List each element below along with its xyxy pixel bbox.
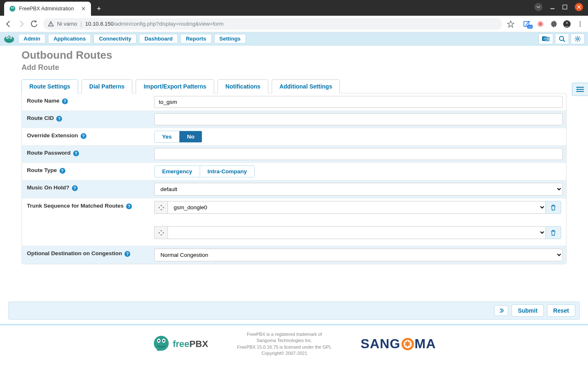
select-trunk-1[interactable] (167, 226, 545, 239)
window-maximize-button[interactable] (562, 5, 567, 10)
label-route-password: Route Password (27, 150, 71, 156)
override-yes-button[interactable]: Yes (155, 131, 179, 142)
page-content: Outbound Routes Add Route Route Settings… (0, 45, 588, 273)
svg-point-5 (11, 7, 12, 8)
svg-point-2 (10, 6, 15, 12)
nav-search-icon[interactable] (555, 33, 569, 44)
drag-handle-icon[interactable] (154, 201, 167, 214)
extensions-puzzle-icon[interactable] (550, 20, 557, 28)
drag-handle-icon[interactable] (154, 226, 167, 239)
svg-rect-1 (563, 5, 567, 9)
tab-additional-settings[interactable]: Additional Settings (272, 79, 340, 93)
svg-point-6 (13, 7, 13, 8)
app-top-nav: Admin Applications Connectivity Dashboar… (0, 32, 588, 45)
tab-route-settings[interactable]: Route Settings (22, 79, 78, 93)
delete-trunk-icon[interactable] (545, 226, 561, 239)
trunk-row-1 (154, 226, 561, 239)
new-tab-button[interactable]: + (97, 5, 101, 13)
help-icon[interactable]: ? (73, 151, 79, 156)
nav-applications[interactable]: Applications (48, 34, 91, 43)
label-congestion: Optional Destination on Congestion (27, 250, 122, 256)
action-bar: Submit Reset (8, 301, 580, 320)
profile-avatar-icon[interactable] (563, 20, 571, 28)
row-route-cid: Route CID ? (22, 111, 566, 128)
label-route-name: Route Name (27, 98, 60, 104)
url-bar[interactable]: Ni varno | 10.10.8.150/admin/config.php?… (43, 18, 502, 30)
tab-notifications[interactable]: Notifications (218, 79, 268, 93)
select-trunk-0[interactable]: gsm_dongle0 (167, 201, 545, 214)
label-override-ext: Override Extension (27, 132, 78, 139)
override-no-button[interactable]: No (179, 131, 202, 142)
url-text: 10.10.8.150/admin/config.php?display=rou… (85, 21, 224, 27)
page-footer: freePBX FreePBX is a registered trademar… (0, 324, 588, 363)
page-title: Outbound Routes (22, 49, 566, 62)
form-panel: Route Name ? Route CID ? Override Extens… (22, 93, 566, 264)
help-icon[interactable]: ? (124, 251, 130, 257)
bookmark-star-icon[interactable] (507, 20, 514, 28)
tab-dial-patterns[interactable]: Dial Patterns (81, 79, 133, 93)
nav-reports[interactable]: Reports (180, 34, 211, 43)
reload-button[interactable] (31, 20, 38, 28)
svg-point-8 (50, 25, 51, 25)
delete-trunk-icon[interactable] (545, 201, 561, 214)
nav-connectivity[interactable]: Connectivity (93, 34, 136, 43)
svg-point-28 (577, 38, 579, 40)
svg-text:A: A (543, 37, 545, 40)
svg-point-20 (7, 36, 8, 38)
help-icon[interactable]: ? (126, 203, 132, 209)
svg-point-33 (163, 340, 165, 342)
svg-point-13 (566, 22, 568, 24)
help-icon[interactable]: ? (60, 168, 65, 174)
help-icon[interactable]: ? (72, 185, 78, 191)
back-button[interactable] (4, 20, 12, 28)
row-route-password: Route Password ? (22, 146, 566, 163)
input-route-cid[interactable] (154, 113, 563, 125)
select-congestion[interactable]: Normal Congestion (154, 249, 563, 261)
input-route-password[interactable] (154, 148, 563, 160)
nav-settings[interactable]: Settings (214, 34, 246, 43)
row-congestion: Optional Destination on Congestion ? Nor… (22, 246, 566, 264)
help-icon[interactable]: ? (81, 133, 86, 139)
browser-tab-bar: FreePBX Administration ✕ + (0, 0, 588, 16)
record-extension-icon[interactable] (537, 20, 544, 28)
row-route-name: Route Name ? (22, 93, 566, 111)
svg-point-21 (10, 36, 12, 38)
row-music-on-hold: Music On Hold? ? default (22, 180, 566, 199)
select-music-on-hold[interactable]: default (154, 183, 563, 196)
browser-tab[interactable]: FreePBX Administration ✕ (4, 2, 91, 16)
svg-point-32 (158, 340, 160, 342)
browser-menu-icon[interactable] (576, 20, 584, 28)
help-icon[interactable]: ? (56, 116, 62, 122)
reset-button[interactable]: Reset (547, 304, 575, 317)
url-separator: | (80, 21, 82, 27)
svg-point-39 (577, 91, 578, 92)
window-minimize-button[interactable] (550, 5, 555, 10)
tab-close-icon[interactable]: ✕ (81, 5, 86, 12)
input-route-name[interactable] (154, 96, 563, 108)
route-type-emergency-button[interactable]: Emergency (155, 166, 200, 177)
nav-gear-icon[interactable] (571, 33, 585, 44)
label-music-on-hold: Music On Hold? (27, 184, 69, 191)
freepbx-logo-icon[interactable] (3, 34, 15, 43)
route-type-intra-button[interactable]: Intra-Company (200, 166, 254, 177)
translate-extension-icon[interactable]: 20 (523, 20, 531, 28)
svg-point-14 (580, 21, 581, 22)
help-icon[interactable]: ? (62, 98, 68, 104)
label-route-type: Route Type (27, 167, 57, 173)
svg-point-29 (154, 336, 169, 351)
window-dropdown-icon[interactable] (534, 3, 543, 11)
nav-dashboard[interactable]: Dashboard (139, 34, 178, 43)
side-list-tab[interactable] (572, 83, 588, 96)
svg-point-16 (580, 25, 581, 26)
forward-button[interactable] (17, 20, 26, 28)
freepbx-footer-logo: freePBX (152, 335, 208, 353)
nav-language-icon[interactable]: A文 (538, 33, 553, 44)
svg-point-11 (539, 23, 542, 25)
nav-admin[interactable]: Admin (18, 34, 45, 43)
expand-button[interactable] (494, 305, 508, 316)
browser-address-bar: Ni varno | 10.10.8.150/admin/config.php?… (0, 16, 588, 32)
tab-import-export[interactable]: Import/Export Patterns (136, 79, 214, 93)
svg-point-17 (4, 36, 14, 43)
submit-button[interactable]: Submit (512, 304, 543, 317)
window-close-button[interactable] (575, 3, 583, 11)
